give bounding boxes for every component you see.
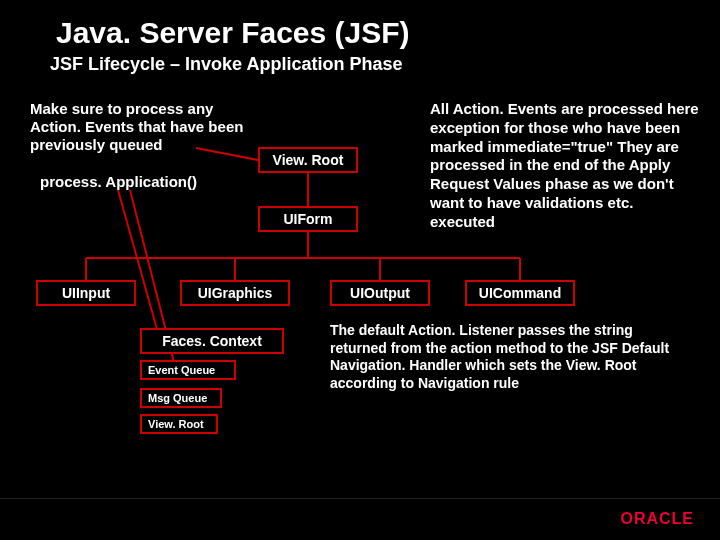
page-title: Java. Server Faces (JSF)	[56, 16, 410, 50]
page-subtitle: JSF Lifecycle – Invoke Application Phase	[50, 54, 402, 75]
note-left: Make sure to process any Action. Events …	[30, 100, 250, 154]
svg-line-8	[118, 190, 160, 340]
brand-logo: ORACLE	[620, 510, 694, 528]
connector-lines	[0, 0, 720, 540]
footer: ORACLE	[0, 498, 720, 540]
note-bottom: The default Action. Listener passes the …	[330, 322, 670, 392]
note-right: All Action. Events are processed here ex…	[430, 100, 700, 231]
box-view-root: View. Root	[258, 147, 358, 173]
box-event-queue: Event Queue	[140, 360, 236, 380]
box-uiinput: UIInput	[36, 280, 136, 306]
box-uigraphics: UIGraphics	[180, 280, 290, 306]
box-uioutput: UIOutput	[330, 280, 430, 306]
box-msg-queue: Msg Queue	[140, 388, 222, 408]
method-name: process. Application()	[40, 173, 197, 190]
box-faces-context: Faces. Context	[140, 328, 284, 354]
box-uiform: UIForm	[258, 206, 358, 232]
box-view-root-2: View. Root	[140, 414, 218, 434]
box-uicommand: UICommand	[465, 280, 575, 306]
